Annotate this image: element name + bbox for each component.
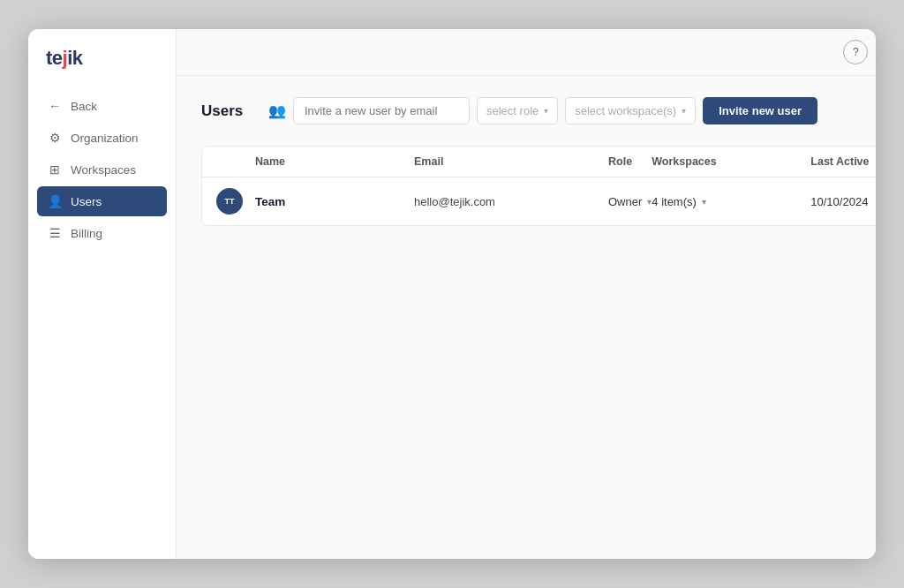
workspaces-row-chevron-icon: ▾ — [702, 197, 706, 207]
table-row: TT Team hello@tejik.com Owner ▾ 4 item(s… — [202, 177, 876, 225]
table-header: Name Email Role Workspaces Last Active — [202, 147, 876, 177]
back-icon: ← — [48, 99, 62, 113]
logo-te: te — [46, 47, 63, 69]
logo: tejik — [28, 29, 176, 91]
row-email: hello@tejik.com — [414, 195, 608, 208]
page-title: Users — [201, 102, 254, 120]
row-role-select[interactable]: Owner ▾ — [608, 195, 652, 208]
topbar: ? TT — [177, 29, 876, 76]
logo-ik: ik — [67, 47, 82, 69]
help-button[interactable]: ? — [843, 40, 868, 64]
workspace-select[interactable]: select workspace(s) ▾ — [565, 97, 696, 124]
sidebar-item-label-organization: Organization — [71, 132, 139, 145]
organization-icon: ⚙ — [48, 131, 62, 145]
main-content: ? TT Users 👥 select role ▾ select — [177, 29, 876, 559]
help-icon: ? — [853, 46, 859, 58]
delete-row-icon[interactable]: 🗑 — [875, 194, 876, 208]
sidebar-item-billing[interactable]: ☰ Billing — [37, 218, 167, 248]
row-workspaces-select[interactable]: 4 item(s) ▾ — [652, 195, 810, 208]
col-header-last-active: Last Active — [810, 155, 876, 168]
col-header-role: Role — [608, 155, 652, 168]
role-select[interactable]: select role ▾ — [477, 97, 558, 124]
row-avatar-initials: TT — [225, 197, 235, 206]
row-name: Team — [255, 195, 414, 208]
sidebar-item-label-billing: Billing — [71, 227, 102, 240]
workspaces-icon: ⊞ — [48, 162, 62, 177]
sidebar-nav: ← Back ⚙ Organization ⊞ Workspaces 👤 Use… — [28, 91, 176, 248]
page-content: Users 👥 select role ▾ select workspace(s… — [177, 76, 876, 559]
workspace-placeholder: select workspace(s) — [575, 104, 676, 117]
sidebar-item-label-users: Users — [71, 195, 102, 208]
sidebar-item-users[interactable]: 👤 Users — [37, 186, 167, 216]
sidebar-item-back[interactable]: ← Back — [37, 91, 167, 121]
workspace-chevron-icon: ▾ — [682, 106, 686, 116]
row-workspaces-value: 4 item(s) — [652, 195, 697, 208]
users-icon: 👤 — [48, 194, 62, 208]
sidebar: tejik ← Back ⚙ Organization ⊞ Workspaces… — [28, 29, 177, 559]
col-header-email: Email — [414, 155, 608, 168]
row-avatar-cell: TT — [216, 188, 255, 215]
back-label: Back — [71, 100, 97, 113]
page-header: Users 👥 select role ▾ select workspace(s… — [201, 97, 876, 124]
row-last-active-value: 10/10/2024 — [810, 195, 868, 208]
invite-new-user-button[interactable]: Invite new user — [703, 97, 817, 124]
invite-user-icon: 👥 — [268, 102, 286, 119]
billing-icon: ☰ — [48, 226, 62, 240]
invite-email-input[interactable] — [293, 97, 470, 124]
app-window: tejik ← Back ⚙ Organization ⊞ Workspaces… — [28, 29, 876, 559]
col-header-name: Name — [255, 155, 414, 168]
users-table: Name Email Role Workspaces Last Active T… — [201, 146, 876, 226]
row-avatar: TT — [216, 188, 243, 215]
role-chevron-icon: ▾ — [544, 106, 548, 116]
sidebar-item-organization[interactable]: ⚙ Organization — [37, 123, 167, 153]
row-role-value: Owner — [608, 195, 642, 208]
sidebar-item-label-workspaces: Workspaces — [71, 163, 136, 177]
sidebar-item-workspaces[interactable]: ⊞ Workspaces — [37, 155, 167, 185]
row-last-active: 10/10/2024 🗑 — [810, 194, 876, 208]
col-header-workspaces: Workspaces — [652, 155, 810, 168]
invite-controls: 👥 select role ▾ select workspace(s) ▾ In… — [268, 97, 876, 124]
role-placeholder: select role — [486, 104, 539, 117]
